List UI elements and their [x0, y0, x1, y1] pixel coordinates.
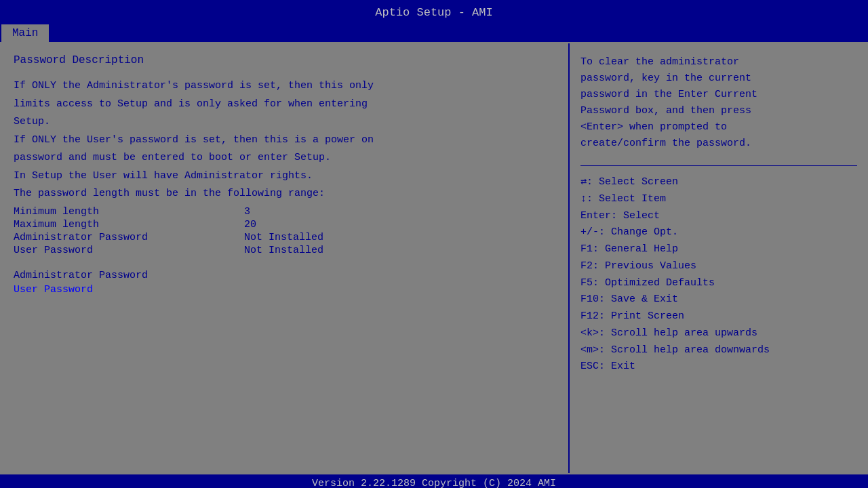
- desc-line-1: If ONLY the Administrator's password is …: [14, 79, 555, 94]
- info-row-minlength: Minimum length 3: [14, 206, 555, 218]
- key-f2: F2: Previous Values: [580, 258, 857, 275]
- right-panel: To clear the administratorpassword, key …: [570, 43, 868, 473]
- label-minlength: Minimum length: [14, 206, 244, 218]
- header-title: Aptio Setup - AMI: [375, 6, 492, 19]
- footer: Version 2.22.1289 Copyright (C) 2024 AMI: [0, 473, 868, 488]
- label-adminpw: Administrator Password: [14, 232, 244, 243]
- key-f5: F5: Optimized Defaults: [580, 275, 857, 292]
- value-maxlength: 20: [244, 219, 256, 230]
- desc-line-6: In Setup the User will have Administrato…: [14, 169, 555, 184]
- tab-bar: Main: [0, 24, 868, 42]
- left-panel: Password Description If ONLY the Adminis…: [0, 43, 570, 473]
- tab-main[interactable]: Main: [1, 24, 49, 42]
- key-f10: F10: Save & Exit: [580, 291, 857, 308]
- desc-line-3: Setup.: [14, 115, 555, 130]
- key-select-item: ↕: Select Item: [580, 191, 857, 208]
- desc-line-4: If ONLY the User's password is set, then…: [14, 133, 555, 148]
- label-userpw: User Password: [14, 245, 244, 256]
- key-scroll-up: <k>: Scroll help area upwards: [580, 325, 857, 342]
- key-help: ⇄: Select Screen ↕: Select Item Enter: S…: [580, 174, 857, 375]
- info-row-maxlength: Maximum length 20: [14, 219, 555, 230]
- option-admin-password[interactable]: Administrator Password: [14, 270, 555, 281]
- info-row-adminpw: Administrator Password Not Installed: [14, 232, 555, 243]
- desc-line-2: limits access to Setup and is only asked…: [14, 97, 555, 113]
- key-f12: F12: Print Screen: [580, 308, 857, 325]
- divider: [580, 165, 857, 166]
- desc-line-5: password and must be entered to boot or …: [14, 150, 555, 166]
- value-minlength: 3: [244, 206, 250, 218]
- label-maxlength: Maximum length: [14, 219, 244, 230]
- help-text: To clear the administratorpassword, key …: [580, 54, 857, 152]
- main-area: Password Description If ONLY the Adminis…: [0, 42, 868, 473]
- value-adminpw: Not Installed: [244, 232, 323, 243]
- key-change-opt: +/-: Change Opt.: [580, 224, 857, 241]
- key-enter: Enter: Select: [580, 208, 857, 225]
- footer-text: Version 2.22.1289 Copyright (C) 2024 AMI: [312, 478, 556, 489]
- value-userpw: Not Installed: [244, 245, 323, 256]
- desc-line-7: The password length must be in the follo…: [14, 186, 555, 202]
- key-f1: F1: General Help: [580, 241, 857, 258]
- key-select-screen: ⇄: Select Screen: [580, 174, 857, 191]
- key-scroll-down: <m>: Scroll help area downwards: [580, 342, 857, 359]
- section-title: Password Description: [14, 54, 555, 66]
- key-esc: ESC: Exit: [580, 359, 857, 375]
- header: Aptio Setup - AMI: [0, 0, 868, 24]
- option-user-password[interactable]: User Password: [14, 284, 555, 296]
- info-row-userpw: User Password Not Installed: [14, 245, 555, 256]
